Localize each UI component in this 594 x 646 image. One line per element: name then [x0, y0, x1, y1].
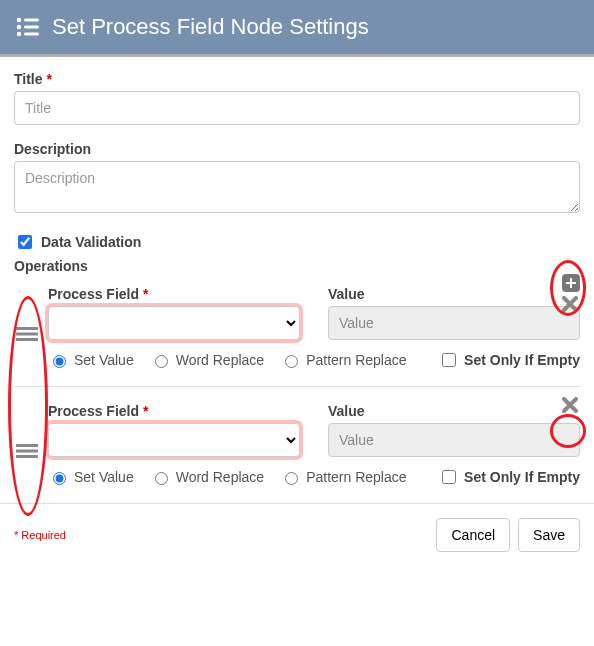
- svg-rect-12: [16, 444, 38, 447]
- radio-word-replace-input[interactable]: [155, 472, 168, 485]
- remove-operation-button[interactable]: [562, 296, 580, 314]
- radio-word-replace[interactable]: Word Replace: [150, 352, 264, 368]
- required-note: * Required: [14, 529, 66, 541]
- drag-handle-icon[interactable]: [16, 443, 38, 462]
- value-label: Value: [328, 403, 580, 419]
- drag-handle-icon[interactable]: [16, 326, 38, 345]
- operation-row: Process Field * Value Set Value: [14, 278, 580, 386]
- svg-rect-11: [16, 338, 38, 341]
- svg-rect-4: [24, 26, 39, 29]
- radio-word-replace-label: Word Replace: [176, 469, 264, 485]
- svg-rect-13: [16, 450, 38, 453]
- required-asterisk: *: [46, 71, 51, 87]
- radio-word-replace[interactable]: Word Replace: [150, 469, 264, 485]
- radio-pattern-replace-label: Pattern Replace: [306, 352, 406, 368]
- radio-set-value-input[interactable]: [53, 472, 66, 485]
- dialog-title: Set Process Field Node Settings: [52, 14, 369, 40]
- operations-area: Process Field * Value Set Value: [14, 278, 580, 503]
- svg-rect-3: [24, 19, 39, 22]
- save-button[interactable]: Save: [518, 518, 580, 552]
- radio-set-value[interactable]: Set Value: [48, 352, 134, 368]
- operations-label: Operations: [14, 258, 580, 274]
- svg-rect-9: [16, 327, 38, 330]
- radio-set-value-label: Set Value: [74, 469, 134, 485]
- radio-pattern-replace[interactable]: Pattern Replace: [280, 352, 406, 368]
- svg-rect-10: [16, 333, 38, 336]
- value-input[interactable]: [328, 423, 580, 457]
- radio-word-replace-input[interactable]: [155, 355, 168, 368]
- dialog-header: Set Process Field Node Settings: [0, 0, 594, 57]
- list-icon: [16, 16, 40, 38]
- set-only-if-empty-label: Set Only If Empty: [464, 469, 580, 485]
- radio-pattern-replace-input[interactable]: [285, 355, 298, 368]
- description-label: Description: [14, 141, 580, 157]
- title-input[interactable]: [14, 91, 580, 125]
- set-only-if-empty-label: Set Only If Empty: [464, 352, 580, 368]
- value-input[interactable]: [328, 306, 580, 340]
- set-only-if-empty-checkbox[interactable]: [442, 353, 456, 367]
- dialog-footer: * Required Cancel Save: [0, 503, 594, 566]
- data-validation-label: Data Validation: [41, 234, 141, 250]
- required-asterisk: *: [143, 286, 148, 302]
- title-label-text: Title: [14, 71, 43, 87]
- remove-operation-button[interactable]: [562, 397, 580, 415]
- title-label: Title *: [14, 71, 580, 87]
- process-field-select[interactable]: [48, 306, 300, 340]
- svg-point-2: [17, 32, 21, 36]
- process-field-label-text: Process Field: [48, 286, 139, 302]
- required-asterisk: *: [143, 403, 148, 419]
- process-field-select[interactable]: [48, 423, 300, 457]
- process-field-label: Process Field *: [48, 286, 300, 302]
- svg-point-1: [17, 25, 21, 29]
- value-label: Value: [328, 286, 580, 302]
- set-only-if-empty-checkbox[interactable]: [442, 470, 456, 484]
- process-field-label-text: Process Field: [48, 403, 139, 419]
- svg-point-0: [17, 18, 21, 22]
- svg-rect-5: [24, 33, 39, 36]
- radio-set-value-input[interactable]: [53, 355, 66, 368]
- set-only-if-empty[interactable]: Set Only If Empty: [438, 350, 580, 370]
- radio-word-replace-label: Word Replace: [176, 352, 264, 368]
- radio-set-value-label: Set Value: [74, 352, 134, 368]
- set-only-if-empty[interactable]: Set Only If Empty: [438, 467, 580, 487]
- svg-rect-14: [16, 455, 38, 458]
- radio-set-value[interactable]: Set Value: [48, 469, 134, 485]
- radio-pattern-replace[interactable]: Pattern Replace: [280, 469, 406, 485]
- description-textarea[interactable]: [14, 161, 580, 213]
- process-field-label: Process Field *: [48, 403, 300, 419]
- cancel-button[interactable]: Cancel: [436, 518, 510, 552]
- data-validation-checkbox[interactable]: [18, 235, 32, 249]
- radio-pattern-replace-input[interactable]: [285, 472, 298, 485]
- operation-row: Process Field * Value Set Value: [14, 386, 580, 503]
- radio-pattern-replace-label: Pattern Replace: [306, 469, 406, 485]
